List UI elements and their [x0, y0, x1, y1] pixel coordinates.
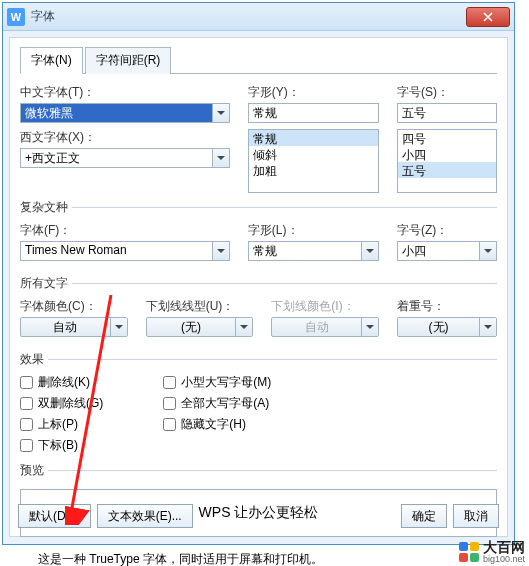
chevron-down-icon [110, 318, 127, 336]
group-preview-legend: 预览 [20, 462, 48, 479]
ok-button[interactable]: 确定 [401, 504, 447, 528]
chevron-down-icon [479, 242, 496, 260]
west-font-combo[interactable]: +西文正文 [20, 148, 230, 168]
west-font-value: +西文正文 [21, 149, 212, 167]
cx-font-combo[interactable]: Times New Roman [20, 241, 230, 261]
button-bar: 默认(D)... 文本效果(E)... 确定 取消 [18, 504, 499, 528]
chevron-down-icon [361, 242, 378, 260]
check-superscript[interactable]: 上标(P) [20, 416, 103, 433]
check-strike[interactable]: 删除线(K) [20, 374, 103, 391]
list-item[interactable]: 四号 [398, 130, 496, 146]
cx-size-combo[interactable]: 小四 [397, 241, 497, 261]
emphasis-combo[interactable]: (无) [397, 317, 497, 337]
color-label: 字体颜色(C)： [20, 298, 128, 315]
size-listbox[interactable]: 四号 小四 五号 [397, 129, 497, 193]
underline-color-combo: 自动 [271, 317, 379, 337]
style-listbox[interactable]: 常规 倾斜 加粗 [248, 129, 379, 193]
row-west: 西文字体(X)： +西文正文 常规 倾斜 加粗 四号 小四 五号 [20, 129, 497, 193]
list-item[interactable]: 加粗 [249, 162, 378, 178]
close-icon [483, 12, 493, 22]
emph-value: (无) [398, 318, 479, 336]
check-double-strike[interactable]: 双删除线(G) [20, 395, 103, 412]
west-font-label: 西文字体(X)： [20, 129, 230, 146]
checkbox[interactable] [163, 376, 176, 389]
cn-size-label: 字号(S)： [397, 84, 497, 101]
list-item[interactable]: 五号 [398, 162, 496, 178]
cx-size-label: 字号(Z)： [397, 222, 497, 239]
chevron-down-icon [212, 104, 229, 122]
watermark-brand: 大百网 [483, 540, 525, 554]
window-title: 字体 [31, 8, 466, 25]
cn-size-value: 五号 [398, 104, 496, 122]
font-dialog: W 字体 字体(N) 字符间距(R) 中文字体(T)： 微软雅黑 字形(Y)： … [2, 2, 515, 545]
font-color-combo[interactable]: 自动 [20, 317, 128, 337]
cx-size-value: 小四 [398, 242, 479, 260]
checkbox[interactable] [163, 397, 176, 410]
titlebar: W 字体 [3, 3, 514, 31]
uline-value: (无) [147, 318, 236, 336]
cn-font-value: 微软雅黑 [21, 104, 212, 122]
checkbox[interactable] [20, 376, 33, 389]
check-allcaps[interactable]: 全部大写字母(A) [163, 395, 271, 412]
cx-font-value: Times New Roman [21, 242, 212, 260]
group-alltext-legend: 所有文字 [20, 275, 72, 292]
checkbox[interactable] [20, 439, 33, 452]
cn-size-input[interactable]: 五号 [397, 103, 497, 123]
list-item[interactable]: 倾斜 [249, 146, 378, 162]
checkbox[interactable] [163, 418, 176, 431]
close-button[interactable] [466, 7, 510, 27]
cn-font-label: 中文字体(T)： [20, 84, 230, 101]
tab-font[interactable]: 字体(N) [20, 47, 83, 74]
watermark: 大百网 big100.net [459, 540, 525, 564]
cn-font-combo[interactable]: 微软雅黑 [20, 103, 230, 123]
default-button[interactable]: 默认(D)... [18, 504, 91, 528]
watermark-logo-icon [459, 542, 479, 562]
cx-style-value: 常规 [249, 242, 361, 260]
app-icon: W [7, 8, 25, 26]
cx-font-label: 字体(F)： [20, 222, 230, 239]
cx-style-label: 字形(L)： [248, 222, 379, 239]
cn-style-input[interactable]: 常规 [248, 103, 379, 123]
cn-style-value: 常规 [249, 104, 378, 122]
checkbox[interactable] [20, 397, 33, 410]
emph-label: 着重号： [397, 298, 497, 315]
text-effect-button[interactable]: 文本效果(E)... [97, 504, 193, 528]
truetype-note: 这是一种 TrueType 字体，同时适用于屏幕和打印机。 [38, 551, 497, 566]
group-complex: 复杂文种 字体(F)： Times New Roman 字形(L)： 常规 [20, 199, 497, 269]
color-value: 自动 [21, 318, 110, 336]
check-subscript[interactable]: 下标(B) [20, 437, 103, 454]
group-effects-legend: 效果 [20, 351, 48, 368]
cn-style-label: 字形(Y)： [248, 84, 379, 101]
chevron-down-icon [361, 318, 378, 336]
watermark-url: big100.net [483, 554, 525, 564]
chevron-down-icon [212, 242, 229, 260]
row-cn: 中文字体(T)： 微软雅黑 字形(Y)： 常规 字号(S)： 五号 [20, 84, 497, 123]
cx-style-combo[interactable]: 常规 [248, 241, 379, 261]
chevron-down-icon [212, 149, 229, 167]
chevron-down-icon [235, 318, 252, 336]
uline-label: 下划线线型(U)： [146, 298, 254, 315]
tab-strip: 字体(N) 字符间距(R) [20, 46, 497, 74]
dialog-body: 字体(N) 字符间距(R) 中文字体(T)： 微软雅黑 字形(Y)： 常规 字号… [9, 37, 508, 537]
checkbox[interactable] [20, 418, 33, 431]
check-hidden[interactable]: 隐藏文字(H) [163, 416, 271, 433]
list-item[interactable]: 常规 [249, 130, 378, 146]
check-smallcaps[interactable]: 小型大写字母(M) [163, 374, 271, 391]
group-effects: 效果 删除线(K) 双删除线(G) 上标(P) 下标(B) 小型大写字母(M) … [20, 351, 497, 456]
list-item[interactable]: 小四 [398, 146, 496, 162]
ucolor-value: 自动 [272, 318, 361, 336]
cancel-button[interactable]: 取消 [453, 504, 499, 528]
underline-style-combo[interactable]: (无) [146, 317, 254, 337]
group-alltext: 所有文字 字体颜色(C)： 自动 下划线线型(U)： (无) [20, 275, 497, 345]
group-complex-legend: 复杂文种 [20, 199, 72, 216]
ucolor-label: 下划线颜色(I)： [271, 298, 379, 315]
tab-spacing[interactable]: 字符间距(R) [85, 47, 172, 74]
chevron-down-icon [479, 318, 496, 336]
